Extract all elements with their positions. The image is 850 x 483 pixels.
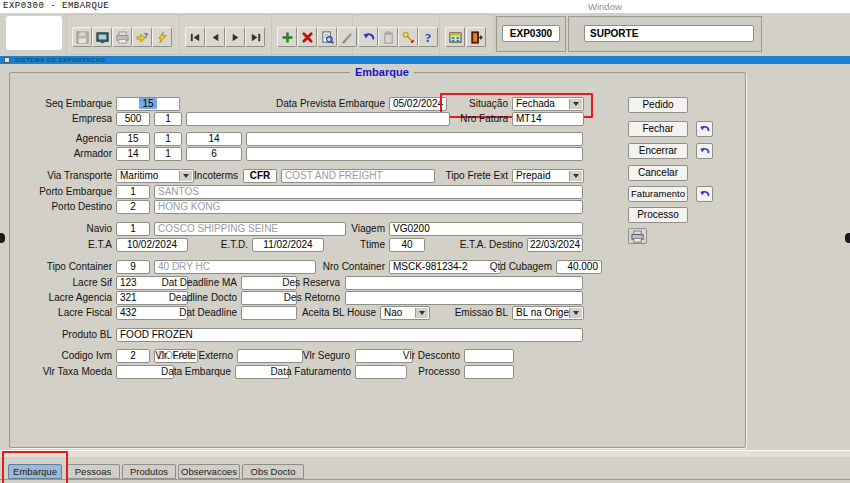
chevron-down-icon[interactable] [569, 308, 582, 318]
produto-bl-input[interactable]: FOOD FROZEN [116, 328, 583, 342]
execute-button[interactable] [152, 27, 172, 47]
tab-pessoas[interactable]: Pessoas [66, 464, 120, 479]
dat-deadline-input[interactable] [241, 306, 297, 320]
tab-produtos[interactable]: Produtos [122, 464, 176, 479]
armador-label: Armador [8, 148, 112, 159]
tipo-frete-ext-dropdown[interactable]: Prepaid [512, 169, 584, 183]
fechar-button[interactable]: Fechar [628, 121, 688, 137]
user-field[interactable]: SUPORTE [584, 25, 754, 42]
porto-embarque-name-input[interactable]: SANTOS [154, 185, 583, 199]
next-record-button[interactable] [225, 27, 245, 47]
agencia-code1-input[interactable]: 15 [116, 132, 150, 146]
armador-name-input[interactable] [246, 147, 583, 161]
screen-button[interactable] [92, 27, 112, 47]
previous-record-button[interactable] [205, 27, 225, 47]
undo-fechar-button[interactable] [696, 121, 713, 137]
paste-button[interactable] [378, 27, 398, 47]
emissao-bl-dropdown[interactable]: BL na Origem [512, 306, 584, 320]
last-record-button[interactable] [245, 27, 265, 47]
porto-destino-name-input[interactable]: HONG KONG [154, 200, 583, 214]
etd-input[interactable]: 11/02/2024 [252, 238, 324, 252]
eta-input[interactable]: 10/02/2024 [116, 238, 188, 252]
pedido-button[interactable]: Pedido [628, 97, 688, 113]
porto-destino-code-input[interactable]: 2 [116, 200, 150, 214]
program-code-field[interactable]: EXP0300 [502, 25, 560, 42]
keys-button[interactable] [398, 27, 418, 47]
armador-code2-input[interactable]: 1 [154, 147, 182, 161]
armador-code1-input[interactable]: 14 [116, 147, 150, 161]
insert-record-button[interactable] [277, 27, 297, 47]
undo-icon [699, 189, 710, 200]
vlr-frete-externo-input[interactable] [237, 349, 303, 363]
app-header-title: SISTEMA DE EXPORTACAO [15, 56, 106, 64]
print-report-button[interactable] [628, 228, 647, 244]
tab-embarque[interactable]: Embarque [8, 464, 62, 479]
viagem-input[interactable]: VG0200 [389, 222, 583, 236]
first-record-button[interactable] [185, 27, 205, 47]
processo-field-input[interactable] [464, 365, 514, 379]
window-grip-right[interactable] [845, 233, 850, 243]
nro-fatura-input[interactable]: MT14 [512, 112, 584, 126]
incoterms-label: Incoterms [154, 170, 238, 181]
tab-observacoes[interactable]: Observacoes [178, 464, 240, 479]
situacao-dropdown[interactable]: Fechada [512, 97, 584, 111]
agencia-code2-input[interactable]: 1 [154, 132, 182, 146]
exit-button[interactable] [466, 27, 486, 47]
execute-help-button[interactable]: ? [132, 27, 152, 47]
chevron-down-icon[interactable] [569, 171, 582, 181]
navio-name-input[interactable]: COSCO SHIPPING SEINE [154, 222, 346, 236]
des-retorno-input[interactable] [345, 291, 583, 305]
empresa-code2-input[interactable]: 1 [154, 112, 182, 126]
eta-destino-input[interactable]: 22/03/2024 [527, 238, 583, 252]
cancelar-button[interactable]: Cancelar [628, 165, 688, 181]
navio-label: Navio [8, 223, 112, 234]
tipo-container-name-input[interactable]: 40 DRY HC [154, 260, 316, 274]
empresa-code1-input[interactable]: 500 [116, 112, 150, 126]
data-prevista-embarque-input[interactable]: 05/02/2024 [389, 97, 447, 111]
seq-embarque-input[interactable]: 15 [116, 97, 180, 111]
undo-icon [699, 146, 710, 157]
tipo-frete-ext-label: Tipo Frete Ext [408, 170, 508, 181]
menu-item-window[interactable]: Window [588, 1, 622, 12]
tab-obs-docto[interactable]: Obs Docto [242, 464, 304, 479]
encerrar-button[interactable]: Encerrar [628, 143, 688, 159]
codigo-ivm-label: Codigo Ivm [8, 350, 112, 361]
keys-icon [402, 31, 415, 44]
undo-encerrar-button[interactable] [696, 143, 713, 159]
undo-faturamento-button[interactable] [696, 186, 713, 202]
clear-button[interactable] [337, 27, 357, 47]
window-grip-left[interactable] [0, 233, 5, 243]
chevron-down-icon[interactable] [569, 99, 582, 109]
agencia-name-input[interactable] [246, 132, 583, 146]
print-button[interactable] [112, 27, 132, 47]
tipo-container-code-input[interactable]: 9 [116, 260, 150, 274]
porto-embarque-label: Porto Embarque [8, 186, 112, 197]
faturamento-button[interactable]: Faturamento [628, 186, 688, 202]
ttime-input[interactable]: 40 [389, 238, 425, 252]
agencia-code3-input[interactable]: 14 [186, 132, 242, 146]
data-faturamento-input[interactable] [355, 365, 407, 379]
vlr-desconto-input[interactable] [464, 349, 514, 363]
des-reserva-input[interactable] [345, 276, 583, 290]
undo-button[interactable] [358, 27, 378, 47]
lacre-fiscal-label: Lacre Fiscal [8, 307, 112, 318]
armador-code3-input[interactable]: 6 [186, 147, 242, 161]
help-button[interactable]: ? [418, 27, 438, 47]
empresa-name-input[interactable] [186, 112, 450, 126]
produto-bl-label: Produto BL [8, 329, 112, 340]
navio-code-input[interactable]: 1 [116, 222, 150, 236]
aceita-bl-house-dropdown[interactable]: Nao [380, 306, 430, 320]
incoterms-code-input[interactable]: CFR [243, 169, 277, 183]
delete-record-button[interactable] [297, 27, 317, 47]
printer-icon [631, 230, 644, 243]
save-button[interactable] [72, 27, 92, 47]
tab-underline [0, 479, 850, 480]
vlr-desconto-label: Vlr Desconto [394, 350, 460, 361]
svg-text:?: ? [143, 31, 148, 40]
qtd-cubagem-input[interactable]: 40.000 [556, 260, 602, 274]
porto-embarque-code-input[interactable]: 1 [116, 185, 150, 199]
schedule-button[interactable] [445, 27, 465, 47]
processo-button[interactable]: Processo [628, 207, 688, 223]
chevron-down-icon[interactable] [415, 308, 428, 318]
query-button[interactable] [317, 27, 337, 47]
